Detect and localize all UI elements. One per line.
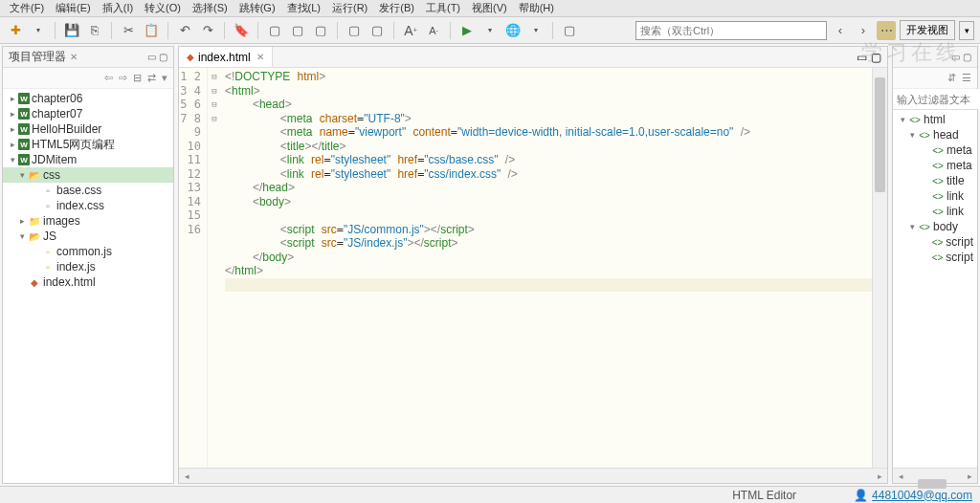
project-explorer-title: 项目管理器 [9, 49, 66, 65]
run-icon[interactable]: ▶ [457, 21, 477, 40]
sort-icon[interactable]: ⇵ [947, 72, 956, 84]
editor-tab[interactable]: ◆ index.html ✕ [179, 47, 273, 67]
outline-item[interactable]: ▾<>body [893, 219, 977, 234]
outline-item[interactable]: <>link [893, 188, 977, 204]
box2-icon[interactable]: ▢ [288, 21, 307, 40]
minimize-icon[interactable]: ▭ [147, 52, 156, 62]
dropdown-icon[interactable]: ▾ [29, 21, 48, 40]
project-toolbar: ⇦ ⇨ ⊟ ⇄ ▾ [3, 68, 173, 89]
filter-input[interactable] [893, 89, 980, 109]
menu-item[interactable]: 文件(F) [4, 1, 50, 15]
tree-item[interactable]: ▸WHelloHBuilder [3, 121, 173, 137]
outline-item[interactable]: <>link [893, 204, 977, 219]
save-icon[interactable]: 💾 [62, 21, 81, 40]
menu-item[interactable]: 选择(S) [187, 1, 234, 15]
tree-item[interactable]: ▸Wchapter07 [3, 106, 173, 121]
box3-icon[interactable]: ▢ [311, 21, 330, 40]
tree-item[interactable]: ▸Wchapter06 [3, 91, 173, 106]
tree-item[interactable]: ▫common.js [3, 244, 173, 259]
font-larger-icon[interactable]: A+ [401, 21, 420, 40]
editor-panel: ◆ index.html ✕ ▭ ▢ 1 2 3 4 5 6 7 8 9 10 … [178, 46, 888, 484]
box5-icon[interactable]: ▢ [368, 21, 387, 40]
tree-item[interactable]: ◆index.html [3, 274, 173, 290]
search-input[interactable] [635, 21, 827, 40]
search-opt-icon[interactable]: ⋯ [877, 21, 896, 40]
menu-item[interactable]: 转义(O) [139, 1, 187, 15]
horizontal-scrollbar[interactable]: ◂▸ [179, 468, 887, 483]
menu-item[interactable]: 视图(V) [466, 1, 513, 15]
browser-drop-icon[interactable]: ▾ [526, 21, 546, 40]
browser-icon[interactable]: 🌐 [503, 21, 523, 40]
forward-icon[interactable]: ⇨ [119, 72, 127, 84]
menu-item[interactable]: 工具(T) [420, 1, 466, 15]
menu-item[interactable]: 编辑(E) [50, 1, 97, 15]
link-icon[interactable]: ⇄ [147, 72, 156, 84]
redo-icon[interactable]: ↷ [198, 21, 217, 40]
menu-item[interactable]: 跳转(G) [234, 1, 281, 15]
search-next-icon[interactable]: › [854, 21, 873, 40]
paste-icon[interactable]: 📋 [142, 21, 161, 40]
outline-item[interactable]: <>meta [893, 158, 977, 173]
outline-item[interactable]: ▾<>head [893, 127, 977, 142]
menu-icon[interactable]: ▾ [162, 72, 167, 84]
font-smaller-icon[interactable]: A- [424, 21, 443, 40]
outline-hscroll[interactable]: ◂▸ [893, 468, 977, 483]
filter-icon[interactable]: ☰ [962, 72, 971, 84]
outline-item[interactable]: <>title [893, 173, 977, 188]
html-file-icon: ◆ [187, 52, 194, 62]
outline-item[interactable]: ▾<>html [893, 112, 977, 127]
back-icon[interactable]: ⇦ [104, 72, 113, 84]
box1-icon[interactable]: ▢ [265, 21, 284, 40]
tree-item[interactable]: ▸WHTML5网页编程 [3, 137, 173, 152]
vertical-scrollbar[interactable] [872, 68, 887, 468]
outline-item[interactable]: <>script [893, 250, 977, 265]
fold-gutter[interactable]: ⊟ ⊟ ⊟ ⊟ [208, 68, 221, 468]
tree-item[interactable]: ▫base.css [3, 183, 173, 198]
menu-item[interactable]: 帮助(H) [513, 1, 560, 15]
dev-view-button[interactable]: 开发视图 [900, 20, 955, 40]
user-icon: 👤 [854, 489, 868, 502]
editor-max-icon[interactable]: ▢ [871, 51, 881, 64]
box6-icon[interactable]: ▢ [560, 21, 579, 40]
tree-item[interactable]: ▾📂JS [3, 229, 173, 244]
outline-toolbar: ⇵ ☰ [893, 68, 977, 89]
save-all-icon[interactable]: ⎘ [85, 21, 104, 40]
editor-mode: HTML Editor [732, 489, 796, 502]
outline-max-icon[interactable]: ▢ [963, 52, 971, 62]
outline-item[interactable]: <>meta [893, 142, 977, 158]
outline-tree[interactable]: ▾<>html▾<>head<>meta<>meta<>title<>link<… [893, 110, 977, 468]
tree-item[interactable]: ▾WJDMitem [3, 152, 173, 167]
tree-item[interactable]: ▸📁images [3, 213, 173, 229]
editor-min-icon[interactable]: ▭ [857, 51, 867, 64]
search-prev-icon[interactable]: ‹ [831, 21, 850, 40]
close-icon[interactable]: ✕ [70, 52, 78, 62]
outline-min-icon[interactable]: ▭ [951, 52, 960, 62]
box4-icon[interactable]: ▢ [345, 21, 364, 40]
cut-icon[interactable]: ✂ [119, 21, 138, 40]
tree-item[interactable]: ▾📂css [3, 167, 173, 183]
menu-item[interactable]: 发行(B) [373, 1, 420, 15]
statusbar: HTML Editor 👤 44810049@qq.com [0, 486, 980, 503]
bookmark-icon[interactable]: 🔖 [232, 21, 251, 40]
user-email-link[interactable]: 44810049@qq.com [872, 489, 972, 502]
new-file-icon[interactable]: ✚ [6, 21, 25, 40]
tree-item[interactable]: ▫index.css [3, 198, 173, 213]
toolbar: ✚▾ 💾 ⎘ ✂ 📋 ↶ ↷ 🔖 ▢ ▢ ▢ ▢ ▢ A+ A- ▶▾ 🌐▾ ▢… [0, 17, 980, 44]
project-explorer-panel: 项目管理器 ✕ ▭ ▢ ⇦ ⇨ ⊟ ⇄ ▾ ▸Wchapter06▸Wchapt… [2, 46, 174, 484]
dev-view-drop-icon[interactable]: ▾ [959, 21, 974, 40]
code-area[interactable]: <!DOCTYPE html> <html> <head> <meta char… [221, 68, 872, 468]
code-editor[interactable]: 1 2 3 4 5 6 7 8 9 10 11 12 13 14 15 16 ⊟… [179, 68, 887, 468]
outline-item[interactable]: <>script [893, 234, 977, 250]
menubar: 文件(F)编辑(E)插入(I)转义(O)选择(S)跳转(G)查找(L)运行(R)… [0, 0, 980, 17]
line-gutter: 1 2 3 4 5 6 7 8 9 10 11 12 13 14 15 16 [179, 68, 208, 468]
collapse-icon[interactable]: ⊟ [133, 72, 142, 84]
menu-item[interactable]: 运行(R) [326, 1, 373, 15]
maximize-icon[interactable]: ▢ [159, 52, 167, 62]
menu-item[interactable]: 插入(I) [97, 1, 139, 15]
tab-close-icon[interactable]: ✕ [256, 52, 264, 62]
run-drop-icon[interactable]: ▾ [480, 21, 500, 40]
menu-item[interactable]: 查找(L) [281, 1, 326, 15]
undo-icon[interactable]: ↶ [175, 21, 194, 40]
tree-item[interactable]: ▫index.js [3, 259, 173, 274]
project-tree[interactable]: ▸Wchapter06▸Wchapter07▸WHelloHBuilder▸WH… [3, 89, 173, 483]
